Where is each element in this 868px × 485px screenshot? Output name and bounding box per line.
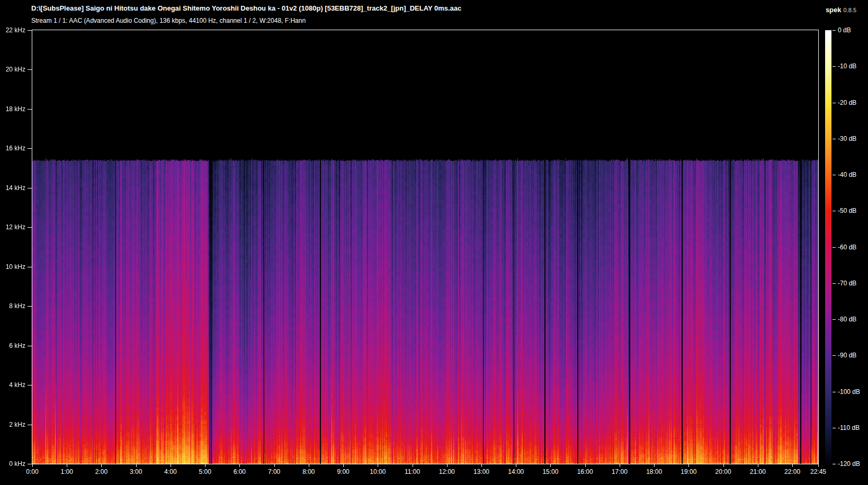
time-tick-label: 6:00 [225, 468, 254, 475]
time-tick [274, 464, 275, 467]
frequency-tick-label: 0 kHz [0, 460, 25, 468]
db-tick [833, 355, 836, 356]
time-tick [723, 464, 724, 467]
db-tick-label: -120 dB [838, 460, 860, 468]
db-tick [833, 464, 836, 464]
time-tick [792, 464, 793, 467]
time-tick [481, 464, 482, 467]
time-tick [32, 464, 33, 467]
time-tick [550, 464, 551, 467]
app-name-label: spek [826, 6, 842, 14]
spectrogram-plot-area [32, 30, 819, 464]
time-tick-label: 1:00 [52, 468, 82, 475]
frequency-tick-label: 14 kHz [0, 184, 25, 192]
db-tick-label: -80 dB [838, 316, 856, 323]
time-tick [516, 464, 516, 467]
time-tick [309, 464, 309, 467]
file-path-title: D:\[SubsPlease] Saigo ni Hitotsu dake On… [31, 4, 461, 12]
time-tick-label: 22:00 [777, 468, 807, 475]
db-tick [833, 139, 836, 139]
time-tick [378, 464, 378, 467]
frequency-tick-label: 12 kHz [0, 223, 25, 231]
db-tick-label: -100 dB [838, 388, 860, 396]
db-tick-label: -60 dB [838, 244, 856, 251]
time-tick-label: 20:00 [709, 468, 738, 475]
time-tick-label: 13:00 [467, 468, 496, 475]
time-tick-label: 9:00 [328, 468, 358, 475]
time-tick-label: 12:00 [432, 468, 462, 475]
time-tick-label: 16:00 [570, 468, 600, 475]
db-tick-label: -50 dB [838, 207, 856, 214]
db-tick-label: -40 dB [838, 171, 856, 178]
time-tick-label: 3:00 [121, 468, 151, 475]
frequency-tick-label: 2 kHz [0, 421, 25, 428]
frequency-tick [28, 306, 32, 307]
db-tick-label: -10 dB [838, 62, 856, 70]
time-tick [171, 464, 171, 467]
frequency-tick [28, 425, 32, 425]
time-tick-label: 17:00 [605, 468, 634, 475]
time-tick-label: 0:00 [17, 468, 47, 475]
frequency-tick-label: 4 kHz [0, 381, 25, 389]
time-tick [205, 464, 205, 467]
frequency-tick [28, 385, 32, 385]
db-tick [833, 175, 836, 175]
time-tick-label: 5:00 [190, 468, 220, 475]
time-tick [101, 464, 102, 467]
time-tick [343, 464, 344, 467]
app-version-label: 0.8.5 [844, 7, 856, 13]
time-tick-label: 4:00 [156, 468, 185, 475]
frequency-tick-label: 8 kHz [0, 302, 25, 310]
time-tick [758, 464, 758, 467]
frequency-tick [28, 464, 32, 464]
time-tick-label: 18:00 [639, 468, 669, 475]
time-tick-label: 21:00 [743, 468, 773, 475]
db-tick [833, 103, 836, 103]
time-tick [654, 464, 655, 467]
time-tick [688, 464, 689, 467]
db-tick-label: -110 dB [838, 424, 860, 432]
time-tick [413, 464, 413, 467]
time-tick-label: 11:00 [398, 468, 427, 475]
time-tick-label: 14:00 [501, 468, 531, 475]
time-tick-label: 2:00 [86, 468, 116, 475]
time-tick-label: 15:00 [535, 468, 565, 475]
db-tick-label: 0 dB [838, 26, 851, 34]
db-tick [833, 30, 836, 31]
frequency-tick-label: 20 kHz [0, 66, 25, 73]
db-tick-label: -20 dB [838, 99, 856, 106]
app-brand: spek0.8.5 [826, 5, 856, 14]
time-tick-label: 8:00 [294, 468, 324, 475]
frequency-tick [28, 346, 32, 346]
frequency-tick-label: 6 kHz [0, 342, 25, 349]
frequency-tick [28, 148, 32, 149]
time-tick-label: 10:00 [363, 468, 392, 475]
time-tick [447, 464, 448, 467]
db-tick-label: -30 dB [838, 135, 856, 142]
frequency-tick-label: 22 kHz [0, 26, 25, 34]
time-tick-label: 22:45 [803, 468, 833, 475]
db-tick [833, 283, 836, 284]
frequency-tick [28, 30, 32, 31]
frequency-tick [28, 69, 32, 70]
time-tick-label: 7:00 [259, 468, 289, 475]
frequency-tick-label: 18 kHz [0, 105, 25, 113]
time-tick [67, 464, 67, 467]
time-tick [136, 464, 137, 467]
frequency-tick [28, 267, 32, 267]
time-tick [818, 464, 819, 467]
time-tick-label: 19:00 [674, 468, 703, 475]
db-tick [833, 247, 836, 248]
db-tick [833, 428, 836, 428]
frequency-tick [28, 188, 32, 188]
db-tick [833, 319, 836, 320]
frequency-tick [28, 109, 32, 110]
frequency-tick-label: 16 kHz [0, 145, 25, 152]
frequency-tick-label: 10 kHz [0, 263, 25, 271]
db-tick [833, 211, 836, 211]
db-colorbar-gradient [825, 30, 831, 464]
db-tick-label: -90 dB [838, 352, 856, 359]
spectrogram-canvas [32, 30, 818, 464]
db-tick [833, 66, 836, 67]
time-tick [239, 464, 240, 467]
